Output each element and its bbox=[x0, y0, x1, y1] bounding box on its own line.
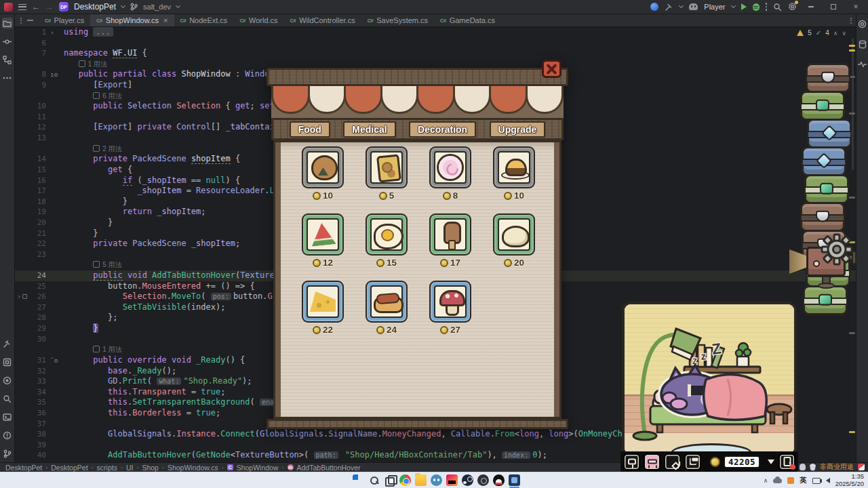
run-config-name[interactable]: Player bbox=[704, 3, 725, 11]
hide-window-icon[interactable] bbox=[27, 20, 33, 21]
taskview-taskbar-icon[interactable] bbox=[384, 474, 395, 486]
taskbar-clock[interactable]: 1:35 2025/5/20 bbox=[835, 473, 864, 488]
search-everywhere-icon[interactable] bbox=[773, 3, 782, 12]
project-tool-icon[interactable] bbox=[2, 18, 13, 28]
editor-tab[interactable]: C#WildController.cs bbox=[284, 14, 361, 26]
steam-taskbar-icon[interactable] bbox=[462, 474, 473, 486]
shop-item[interactable]: 27 bbox=[418, 281, 482, 335]
main-menu-icon[interactable] bbox=[18, 4, 26, 10]
active-app-taskbar-icon[interactable] bbox=[509, 474, 520, 486]
brown-chest[interactable] bbox=[800, 202, 845, 232]
maximize-button[interactable] bbox=[825, 0, 842, 14]
project-chip[interactable]: DP bbox=[59, 2, 68, 12]
back-icon[interactable]: ← bbox=[32, 3, 40, 11]
next-problem-icon[interactable]: ∨ bbox=[842, 30, 846, 37]
breadcrumb-item[interactable]: ShopWindow.cs bbox=[167, 464, 218, 472]
project-name[interactable]: DesktopPet bbox=[74, 2, 116, 12]
database-icon[interactable] bbox=[857, 39, 868, 49]
rider-logo-icon[interactable] bbox=[4, 3, 13, 12]
services-tool-icon[interactable] bbox=[2, 357, 13, 367]
profiler-tool-icon[interactable] bbox=[2, 375, 13, 386]
green-chest[interactable] bbox=[804, 174, 849, 204]
shop-item[interactable]: 17 bbox=[418, 214, 482, 268]
breadcrumb-item[interactable]: AddTabButtonHover bbox=[297, 464, 361, 472]
usage-annotation[interactable]: 2 用法 bbox=[93, 145, 121, 152]
blue-chest[interactable] bbox=[802, 146, 846, 176]
editor-tab[interactable]: C#World.cs bbox=[233, 14, 283, 26]
shop-tab-medical[interactable]: Medical bbox=[343, 121, 395, 138]
gacha-machine[interactable] bbox=[789, 239, 865, 293]
shop-item[interactable]: 15 bbox=[355, 214, 418, 268]
shop-tab-decoration[interactable]: Decoration bbox=[409, 121, 476, 138]
shop-close-button[interactable] bbox=[542, 60, 561, 78]
minimize-button[interactable] bbox=[803, 0, 819, 14]
problems-tool-icon[interactable] bbox=[2, 430, 13, 441]
editor-tab[interactable]: C#Player.cs bbox=[39, 14, 90, 26]
explorer-taskbar-icon[interactable] bbox=[415, 474, 427, 486]
editor-tab[interactable]: C#SaveSystem.cs bbox=[361, 14, 434, 26]
shop-tab-food[interactable]: Food bbox=[290, 121, 330, 138]
usage-annotation[interactable]: 1 用法 bbox=[79, 60, 107, 68]
build-tool-icon[interactable] bbox=[2, 338, 13, 349]
onedrive-cloud-icon[interactable] bbox=[773, 479, 782, 483]
breadcrumb-item[interactable]: UI bbox=[126, 464, 134, 472]
hud-caret-icon[interactable] bbox=[768, 460, 774, 464]
mailbox-button[interactable] bbox=[623, 453, 640, 470]
ime-indicator[interactable]: 英 bbox=[800, 476, 807, 485]
tray-expand-icon[interactable]: ∧ bbox=[764, 477, 768, 484]
run-button[interactable] bbox=[741, 3, 747, 10]
usage-annotation[interactable]: 6 用法 bbox=[93, 92, 121, 100]
shop-item[interactable]: 5 bbox=[355, 146, 418, 201]
shop-item[interactable]: 20 bbox=[482, 214, 546, 268]
debug-button[interactable] bbox=[753, 3, 760, 11]
brown-chest[interactable] bbox=[806, 63, 850, 93]
godot-taskbar-icon[interactable] bbox=[431, 474, 442, 486]
rider-taskbar-icon[interactable] bbox=[446, 474, 458, 486]
usage-annotation[interactable]: 5 用法 bbox=[93, 261, 121, 268]
shop-item[interactable]: 10 bbox=[482, 146, 546, 201]
forward-icon[interactable]: → bbox=[45, 3, 54, 11]
blue-chest[interactable] bbox=[807, 119, 852, 148]
breadcrumb-item[interactable]: DesktopPet bbox=[51, 464, 87, 472]
shop-item[interactable]: 10 bbox=[291, 146, 355, 201]
pet-room-window[interactable]: Z z Z bbox=[622, 302, 797, 457]
green-chest[interactable] bbox=[800, 91, 845, 121]
prev-problem-icon[interactable]: ∧ bbox=[833, 30, 838, 37]
run-config-chevron-icon[interactable] bbox=[730, 3, 735, 8]
toilet-button[interactable] bbox=[684, 453, 701, 470]
project-chevron-icon[interactable] bbox=[121, 3, 125, 8]
remote-dev-icon[interactable] bbox=[650, 3, 658, 11]
branch-chevron-icon[interactable] bbox=[176, 3, 180, 8]
breadcrumb-item[interactable]: ShopWindow bbox=[237, 464, 279, 472]
editor-tab[interactable]: C#GameData.cs bbox=[434, 14, 501, 26]
tab-list-icon[interactable] bbox=[850, 18, 852, 24]
ai-assistant-icon[interactable] bbox=[857, 18, 868, 29]
search-taskbar-icon[interactable] bbox=[368, 474, 380, 486]
more-actions-icon[interactable] bbox=[766, 3, 768, 11]
shop-item[interactable]: 22 bbox=[291, 281, 355, 335]
usage-annotation[interactable]: 1 用法 bbox=[93, 346, 121, 353]
decor-button[interactable] bbox=[664, 453, 681, 470]
find-tool-icon[interactable] bbox=[2, 393, 13, 404]
shop-item[interactable]: 8 bbox=[418, 146, 482, 201]
branch-name[interactable]: salt_dev bbox=[143, 3, 171, 11]
version-control-tool-icon[interactable] bbox=[2, 448, 13, 459]
structure-tool-icon[interactable] bbox=[2, 54, 13, 65]
breadcrumb-item[interactable]: Shop bbox=[142, 464, 159, 472]
tray-app-icon[interactable] bbox=[787, 477, 794, 484]
build-chevron-icon[interactable] bbox=[679, 3, 684, 8]
editor-tab[interactable]: C#NodeExt.cs bbox=[174, 14, 234, 26]
settings-gear-icon[interactable] bbox=[788, 2, 797, 12]
build-hammer-icon[interactable] bbox=[665, 3, 673, 12]
pulse-monitor-icon[interactable] bbox=[857, 59, 868, 70]
breadcrumb-item[interactable]: scripts bbox=[97, 464, 117, 472]
close-window-button[interactable]: × bbox=[848, 0, 864, 14]
editor-tab[interactable]: C#ShopWindow.cs× bbox=[90, 14, 174, 26]
more-tools-icon[interactable] bbox=[2, 73, 13, 83]
speaker-icon[interactable] bbox=[826, 478, 830, 483]
start-taskbar-icon[interactable] bbox=[353, 474, 364, 486]
bed-button[interactable] bbox=[644, 453, 660, 470]
tab-close-icon[interactable]: × bbox=[163, 16, 167, 24]
qq-taskbar-icon[interactable] bbox=[493, 474, 505, 486]
shop-tab-upgrade[interactable]: Upgrade bbox=[490, 121, 546, 138]
